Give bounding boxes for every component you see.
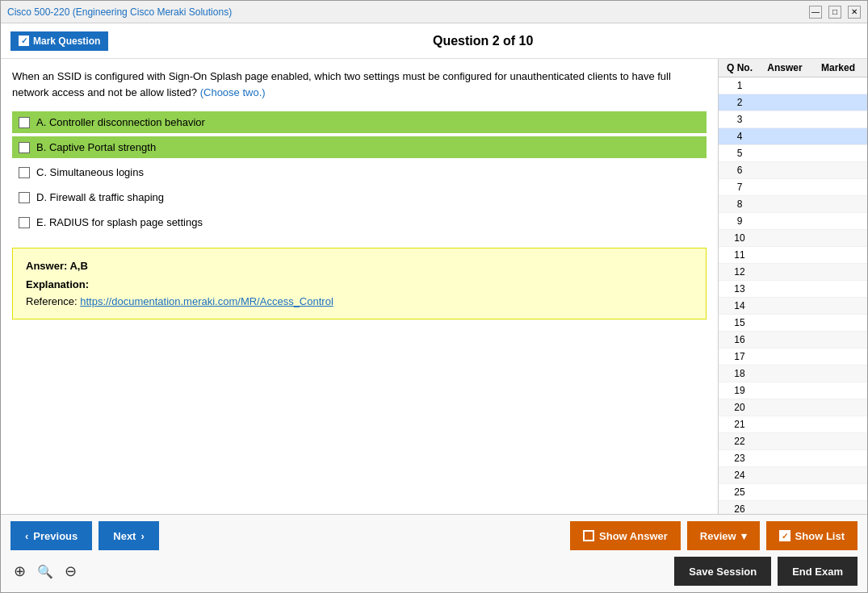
option-e-row[interactable]: E. RADIUS for splash page settings (12, 211, 707, 233)
sidebar-row[interactable]: 2 (719, 94, 867, 111)
option-b-row[interactable]: B. Captive Portal strength (12, 136, 707, 158)
option-d-row[interactable]: D. Firewall & traffic shaping (12, 186, 707, 208)
sidebar-row[interactable]: 18 (719, 365, 867, 382)
sidebar-qno: 23 (723, 452, 756, 465)
option-c-row[interactable]: C. Simultaneous logins (12, 161, 707, 183)
sidebar-answer (756, 435, 814, 448)
sidebar-answer (756, 79, 814, 92)
sidebar-answer (756, 248, 814, 261)
sidebar-qno: 13 (723, 282, 756, 295)
sidebar-row[interactable]: 14 (719, 298, 867, 315)
sidebar-marked (814, 232, 862, 244)
sidebar-row[interactable]: 3 (719, 111, 867, 128)
sidebar-qno: 14 (723, 299, 756, 312)
option-a-row[interactable]: A. Controller disconnection behavior (12, 111, 707, 133)
review-button[interactable]: Review ▾ (687, 521, 760, 550)
sidebar-header: Q No. Answer Marked (719, 59, 867, 77)
show-list-button[interactable]: Show List (766, 521, 858, 550)
zoom-controls: ⊕ 🔍 ⊖ (10, 561, 80, 582)
mark-question-button[interactable]: Mark Question (10, 31, 108, 51)
sidebar-marked (814, 130, 862, 143)
sidebar-answer (756, 113, 814, 126)
sidebar-row[interactable]: 20 (719, 399, 867, 416)
save-session-button[interactable]: Save Session (674, 557, 771, 586)
show-answer-label: Show Answer (599, 530, 668, 542)
sidebar-marked (814, 401, 862, 414)
sidebar-qno: 24 (723, 469, 756, 482)
sidebar-row[interactable]: 4 (719, 128, 867, 145)
sidebar-qno: 19 (723, 384, 756, 397)
option-c-checkbox[interactable] (19, 167, 30, 178)
save-session-label: Save Session (689, 566, 757, 578)
sidebar-row[interactable]: 24 (719, 467, 867, 484)
zoom-in-button[interactable]: ⊕ (10, 561, 29, 582)
sidebar: Q No. Answer Marked 12345678910111213141… (718, 59, 867, 514)
sidebar-row[interactable]: 13 (719, 281, 867, 298)
sidebar-answer (756, 198, 814, 211)
option-b-checkbox[interactable] (19, 142, 30, 153)
zoom-reset-button[interactable]: 🔍 (34, 562, 57, 581)
sidebar-row[interactable]: 23 (719, 450, 867, 467)
sidebar-row[interactable]: 25 (719, 484, 867, 501)
sidebar-answer (756, 164, 814, 177)
option-d-checkbox[interactable] (19, 192, 30, 203)
sidebar-qno: 25 (723, 486, 756, 499)
sidebar-answer (756, 384, 814, 397)
sidebar-row[interactable]: 8 (719, 196, 867, 213)
previous-label: Previous (33, 530, 78, 542)
sidebar-row[interactable]: 15 (719, 315, 867, 332)
sidebar-answer (756, 232, 814, 244)
sidebar-marked (814, 96, 862, 109)
reference-link[interactable]: https://documentation.meraki.com/MR/Acce… (80, 295, 333, 307)
sidebar-marked (814, 452, 862, 465)
sidebar-row[interactable]: 7 (719, 179, 867, 196)
sidebar-qno: 21 (723, 418, 756, 431)
review-label: Review (700, 530, 736, 542)
sidebar-row[interactable]: 22 (719, 433, 867, 450)
sidebar-marked (814, 147, 862, 160)
sidebar-answer (756, 452, 814, 465)
previous-button[interactable]: ‹ Previous (10, 521, 92, 550)
question-text: When an SSID is configured with Sign-On … (12, 69, 707, 100)
sidebar-row[interactable]: 9 (719, 213, 867, 230)
sidebar-row[interactable]: 12 (719, 264, 867, 281)
sidebar-row[interactable]: 1 (719, 77, 867, 94)
sidebar-marked (814, 113, 862, 126)
sidebar-row[interactable]: 17 (719, 349, 867, 365)
review-dropdown-icon: ▾ (741, 530, 747, 542)
reference-line: Reference: https://documentation.meraki.… (26, 295, 693, 307)
sidebar-answer (756, 333, 814, 346)
sidebar-answer (756, 486, 814, 499)
maximize-button[interactable]: □ (828, 6, 841, 19)
sidebar-row[interactable]: 26 (719, 501, 867, 514)
sidebar-row[interactable]: 5 (719, 145, 867, 162)
end-exam-button[interactable]: End Exam (778, 557, 858, 586)
sidebar-row[interactable]: 21 (719, 416, 867, 433)
close-button[interactable]: ✕ (848, 6, 861, 19)
show-answer-button[interactable]: Show Answer (570, 521, 681, 550)
bottom-bar: ‹ Previous Next › Show Answer Review ▾ S… (1, 514, 867, 592)
sidebar-qno: 12 (723, 265, 756, 278)
sidebar-marked (814, 181, 862, 194)
sidebar-marked (814, 333, 862, 346)
sidebar-marked (814, 486, 862, 499)
minimize-button[interactable]: — (809, 6, 822, 19)
sidebar-row[interactable]: 19 (719, 382, 867, 399)
sidebar-qno: 2 (723, 96, 756, 109)
answer-line: Answer: A,B (26, 260, 693, 272)
sidebar-row[interactable]: 6 (719, 162, 867, 179)
prev-arrow-icon: ‹ (25, 530, 28, 542)
option-a-checkbox[interactable] (19, 117, 30, 128)
sidebar-qno: 9 (723, 215, 756, 228)
option-a-text: A. Controller disconnection behavior (36, 116, 205, 128)
sidebar-row[interactable]: 16 (719, 332, 867, 349)
option-e-checkbox[interactable] (19, 217, 30, 228)
sidebar-row[interactable]: 10 (719, 230, 867, 247)
options-list: A. Controller disconnection behavior B. … (12, 111, 707, 233)
next-button[interactable]: Next › (99, 521, 159, 550)
sidebar-marked (814, 384, 862, 397)
zoom-out-button[interactable]: ⊖ (61, 561, 80, 582)
window-title: Cisco 500-220 (Engineering Cisco Meraki … (7, 6, 232, 18)
title-bar-controls: — □ ✕ (809, 6, 861, 19)
sidebar-row[interactable]: 11 (719, 247, 867, 264)
